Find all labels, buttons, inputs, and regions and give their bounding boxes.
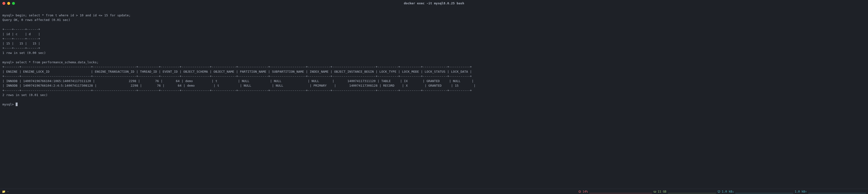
network-down-icon <box>717 189 720 194</box>
svg-rect-14 <box>718 191 720 192</box>
table1-row: | 15 | 15 | 15 | <box>2 42 40 45</box>
table2-row: | INNODB | 140074196766104:1065:14007411… <box>2 79 474 83</box>
sql-query-2: select * from performance_schema.data_lo… <box>16 60 98 64</box>
table1-border: +----+------+------+ <box>2 37 40 40</box>
table2-border: +--------+------------------------------… <box>2 65 472 69</box>
status-path: 📁 ~ <box>2 189 9 194</box>
table2-summary: 2 rows in set (0.01 sec) <box>2 93 48 97</box>
path-text: ~ <box>7 189 9 194</box>
window-titlebar: docker exec -it mysql8.0.25 bash <box>0 0 868 7</box>
table2-row: | INNODB | 140074196766104:2:4:5:1400741… <box>2 84 476 87</box>
network-down-widget: 1.0 kB↓ <box>717 189 793 194</box>
table2-border: +--------+------------------------------… <box>2 89 472 92</box>
query-result-1: Query OK, 0 rows affected (0.01 sec) <box>2 18 70 22</box>
folder-icon: 📁 <box>2 189 5 194</box>
memory-usage: 11 GB <box>658 189 666 194</box>
table2-header: | ENGINE | ENGINE_LOCK_ID | ENGINE_TRANS… <box>2 70 472 73</box>
cpu-widget: 14% <box>578 189 652 194</box>
memory-sparkline <box>668 190 716 193</box>
cpu-sparkline <box>589 190 652 193</box>
network-up-sparkline <box>808 190 866 193</box>
sql-query-1: begin; select * from t where id > 10 and… <box>16 13 130 17</box>
table2-border: +--------+------------------------------… <box>2 74 472 78</box>
table1-header: | id | c | d | <box>2 32 40 36</box>
table1-summary: 1 row in set (0.00 sec) <box>2 51 46 55</box>
terminal-output[interactable]: mysql> begin; select * from t where id >… <box>0 7 868 189</box>
svg-rect-0 <box>579 191 581 192</box>
maximize-window-button[interactable] <box>12 2 15 5</box>
traffic-lights <box>2 2 15 5</box>
mysql-prompt: mysql> <box>2 13 14 17</box>
cpu-percentage: 14% <box>583 189 588 194</box>
network-up-widget: 1.0 kB↑ <box>795 189 866 194</box>
close-window-button[interactable] <box>2 2 5 5</box>
network-upload: 1.0 kB↑ <box>795 189 807 194</box>
cpu-icon <box>578 189 581 194</box>
network-download: 1.0 kB↓ <box>722 189 734 194</box>
status-bar: 📁 ~ 14% 11 GB 1.0 kB↓ 1.0 kB↑ <box>0 189 868 194</box>
cursor <box>16 102 18 106</box>
mysql-prompt: mysql> <box>2 102 14 106</box>
table1-border: +----+------+------+ <box>2 46 40 50</box>
network-down-sparkline <box>735 190 793 193</box>
svg-rect-9 <box>654 191 656 192</box>
mysql-prompt: mysql> <box>2 60 14 64</box>
table1-border: +----+------+------+ <box>2 27 40 31</box>
minimize-window-button[interactable] <box>7 2 10 5</box>
memory-icon <box>653 189 656 194</box>
memory-widget: 11 GB <box>653 189 716 194</box>
window-title: docker exec -it mysql8.0.25 bash <box>404 1 464 6</box>
